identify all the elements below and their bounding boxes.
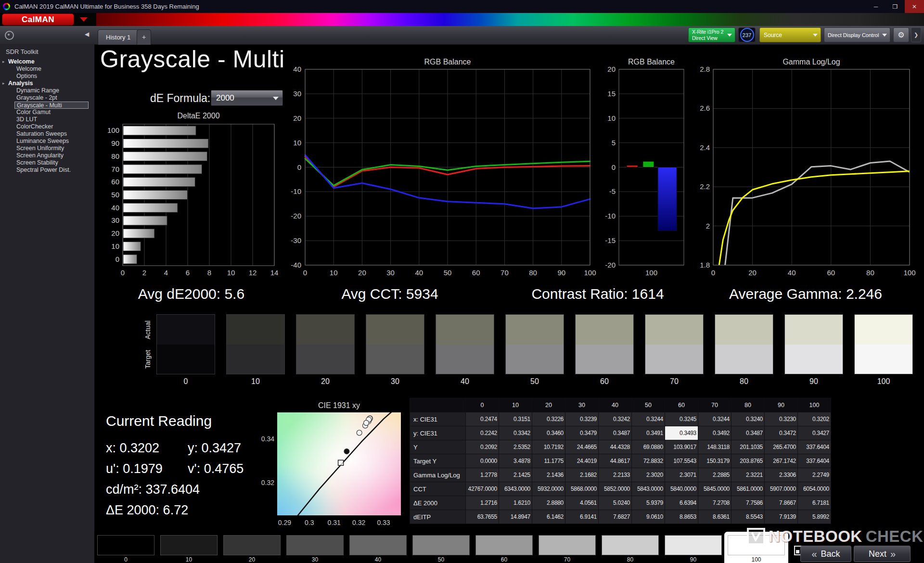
sidebar-item-welcome[interactable]: Welcome — [14, 65, 89, 73]
sidebar-item-saturation-sweeps[interactable]: Saturation Sweeps — [14, 130, 89, 138]
gear-icon: ⚙ — [898, 30, 904, 39]
svg-text:RGB Balance: RGB Balance — [628, 58, 675, 66]
average-gamma-stat: Average Gamma: 2.246 — [700, 286, 911, 302]
sidebar-section-welcome[interactable]: ▸Welcome — [0, 58, 94, 65]
maximize-button[interactable]: ❒ — [886, 0, 905, 13]
gray-swatch-50 — [505, 314, 564, 374]
minimize-button[interactable]: ─ — [866, 0, 886, 13]
back-button[interactable]: « Back — [800, 546, 851, 562]
pattern-patch-40[interactable]: 40 — [349, 535, 407, 563]
add-tab-button[interactable]: + — [137, 29, 151, 45]
table-cell: 265.4700 — [765, 440, 798, 454]
svg-text:-15: -15 — [605, 236, 616, 244]
patch-color — [160, 535, 218, 555]
tab-history-1[interactable]: History 1 — [98, 29, 139, 45]
svg-text:90: 90 — [557, 269, 565, 277]
table-cell: 9.0610 — [632, 510, 665, 524]
svg-text:60: 60 — [472, 269, 480, 277]
sidebar-item-options[interactable]: Options — [14, 73, 89, 80]
source-label: Source — [764, 32, 782, 38]
svg-text:100: 100 — [645, 269, 657, 277]
calman-logo[interactable]: CalMAN — [2, 13, 74, 26]
actual-color — [785, 315, 843, 345]
table-cell: 0.3472 — [765, 426, 798, 440]
actual-color — [855, 315, 912, 345]
table-cell: 0.3487 — [599, 426, 632, 440]
pattern-patch-90[interactable]: 90 — [665, 535, 722, 563]
sidebar-item-screen-uniformity[interactable]: Screen Uniformity — [14, 145, 89, 152]
sidebar-item-color-gamut[interactable]: Color Gamut — [14, 109, 89, 116]
svg-text:-10: -10 — [605, 212, 616, 220]
chevron-down-icon — [727, 34, 732, 37]
measurement-table-wrap: 0102030405060708090100x: CIE310.24740.31… — [408, 398, 831, 524]
row-label: CCT — [410, 482, 466, 496]
deltae-2000-bar-chart: DeltaE 200002468101214100908070605040302… — [103, 111, 279, 279]
close-button[interactable]: ✕ — [905, 0, 924, 13]
column-header-100: 100 — [798, 398, 831, 412]
column-header-90: 90 — [765, 398, 798, 412]
sidebar-collapse-icon[interactable]: ◀ — [85, 31, 89, 38]
svg-text:10: 10 — [607, 114, 616, 122]
actual-color — [296, 315, 354, 345]
svg-text:60: 60 — [827, 269, 835, 277]
table-cell: 14.8947 — [499, 510, 532, 524]
table-row: x: CIE310.24740.31510.32260.32390.32420.… — [410, 412, 831, 426]
display-control-label: Direct Display Control — [828, 32, 879, 38]
table-cell: 2.3071 — [665, 468, 698, 482]
meter-mode: Direct View — [692, 35, 727, 41]
sidebar-item-dynamic-range[interactable]: Dynamic Range — [14, 87, 89, 94]
svg-text:-20: -20 — [291, 212, 301, 220]
sidebar-item-spectral-power-dist[interactable]: Spectral Power Dist. — [14, 166, 89, 174]
table-cell: 107.5543 — [665, 454, 698, 468]
de-formula-dropdown[interactable]: 2000 — [211, 90, 283, 106]
display-control-selector[interactable]: Direct Display Control — [824, 27, 890, 42]
sidebar-section-analysis[interactable]: ▸Analysis — [0, 80, 94, 87]
pattern-patch-60[interactable]: 60 — [475, 535, 533, 563]
sidebar-item-colorchecker[interactable]: ColorChecker — [14, 123, 89, 130]
svg-text:Gamma Log/Log: Gamma Log/Log — [783, 58, 840, 66]
target-color — [366, 345, 424, 374]
patch-label: 70 — [539, 556, 596, 563]
table-cell: 2.5352 — [499, 440, 532, 454]
panel-expand-button[interactable]: ❯ — [911, 27, 921, 42]
svg-text:0.33: 0.33 — [377, 519, 390, 526]
swatch-level-label: 100 — [854, 377, 913, 386]
current-reading-title: Current Reading — [106, 413, 212, 429]
table-cell: 0.2474 — [466, 412, 499, 426]
svg-text:30: 30 — [293, 90, 301, 98]
session-indicator-icon[interactable] — [5, 31, 14, 40]
pattern-patch-10[interactable]: 10 — [160, 535, 218, 563]
pattern-patch-0[interactable]: 0 — [97, 535, 154, 563]
chevron-down-icon — [273, 97, 279, 100]
svg-text:0.34: 0.34 — [261, 435, 274, 443]
meter-reading-badge[interactable]: 237 — [738, 27, 756, 42]
table-cell: 2.1436 — [532, 468, 565, 482]
sidebar-item-luminance-sweeps[interactable]: Luminance Sweeps — [14, 138, 89, 145]
sidebar-item-screen-angularity[interactable]: Screen Angularity — [14, 152, 89, 159]
pattern-patch-20[interactable]: 20 — [223, 535, 281, 563]
meter-selector[interactable]: X-Rite i1Pro 2 Direct View — [688, 27, 735, 42]
pattern-patch-30[interactable]: 30 — [286, 535, 344, 563]
table-cell: 7.9139 — [765, 510, 798, 524]
logo-menu-caret-icon[interactable] — [80, 17, 88, 22]
table-cell: 10.7192 — [532, 440, 565, 454]
expander-icon: ▸ — [2, 58, 5, 65]
sidebar-item-grayscale-multi[interactable]: Grayscale - Multi — [14, 102, 89, 109]
table-cell: 0.3492 — [698, 426, 732, 440]
rgb-balance-line-chart: RGB Balance0102030405060708090100-40-30-… — [285, 58, 598, 284]
pattern-patch-80[interactable]: 80 — [602, 535, 659, 563]
pattern-patch-50[interactable]: 50 — [412, 535, 470, 563]
svg-text:-10: -10 — [291, 187, 301, 195]
sidebar: SDR Toolkit ▸WelcomeWelcomeOptions▸Analy… — [0, 44, 95, 563]
back-label: Back — [821, 549, 840, 559]
source-selector[interactable]: Source — [759, 27, 821, 42]
svg-text:20: 20 — [111, 229, 119, 237]
sidebar-item-3d-lut[interactable]: 3D LUT — [14, 116, 89, 123]
next-button[interactable]: Next » — [854, 546, 911, 562]
settings-button[interactable]: ⚙ — [893, 27, 909, 42]
sidebar-item-screen-stability[interactable]: Screen Stability — [14, 159, 89, 166]
table-cell: 2.2885 — [698, 468, 732, 482]
sidebar-item-grayscale-2pt[interactable]: Grayscale - 2pt — [14, 94, 89, 102]
de-formula-label: dE Formula: — [150, 92, 210, 105]
pattern-patch-70[interactable]: 70 — [539, 535, 596, 563]
